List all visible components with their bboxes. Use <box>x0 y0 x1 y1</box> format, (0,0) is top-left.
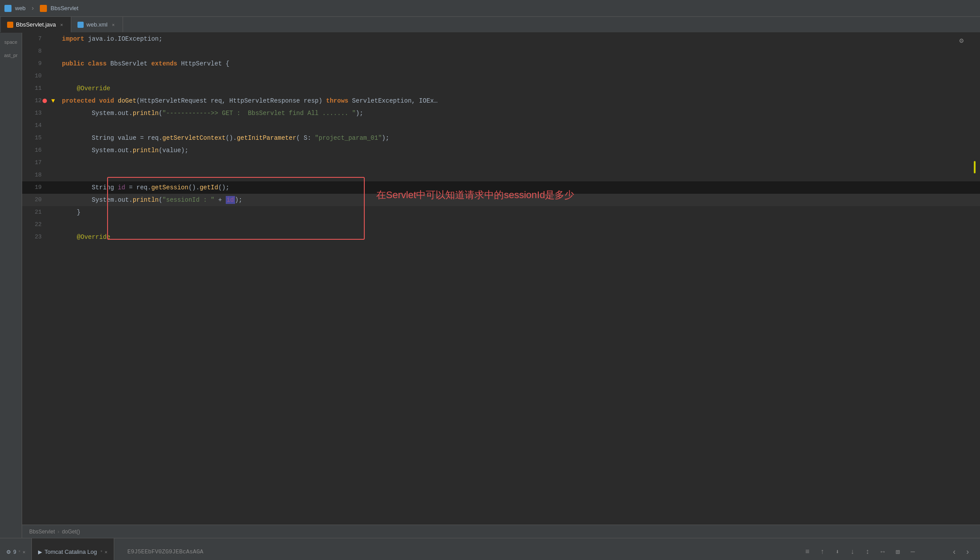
gutter-7 <box>49 33 58 45</box>
breadcrumb: web › BbsServlet <box>4 5 78 12</box>
line-num-8: 8 <box>22 45 49 58</box>
settings-icon[interactable]: ⚙ <box>956 35 967 46</box>
breadcrumb-class: BbsServlet <box>29 529 55 535</box>
code-scroll[interactable]: 7 import java.io.IOException; 8 9 <box>22 33 980 525</box>
line-num-18: 18 <box>22 169 49 181</box>
bottom-tab-9-close[interactable]: × <box>23 549 25 555</box>
table-row: 13 System.out.println("------------>> GE… <box>22 107 980 119</box>
breakpoint-icon <box>42 99 47 103</box>
toolbar-btn-down2[interactable]: ↓ <box>846 546 859 558</box>
gutter-15 <box>49 132 58 144</box>
gutter-12: ▼ <box>49 95 58 107</box>
tab-webxml[interactable]: web.xml × <box>71 17 123 32</box>
bottom-tab-9-icon: ⚙ <box>6 549 11 555</box>
gutter-14 <box>49 119 58 132</box>
bottom-tab-9[interactable]: ⚙ 9 * × <box>0 538 32 560</box>
code-line-15: String value = req.getServletContext().g… <box>58 132 980 144</box>
breadcrumb-servlet: BbsServlet <box>50 5 78 12</box>
table-row: 23 @Override <box>22 231 980 243</box>
scroll-right-btn[interactable]: › <box>961 546 974 558</box>
line-num-13: 13 <box>22 107 49 119</box>
toolbar-btn-grid[interactable]: ⊞ <box>891 546 904 558</box>
sidebar: space ast_pr <box>0 33 22 538</box>
line-num-21: 21 <box>22 206 49 219</box>
gutter-17 <box>49 157 58 169</box>
toolbar-btn-menu[interactable]: ≡ <box>801 546 814 558</box>
tab-bbsservlet-close[interactable]: × <box>58 22 65 28</box>
code-line-7: import java.io.IOException; <box>58 33 980 45</box>
gutter-8 <box>49 45 58 58</box>
table-row: 8 <box>22 45 980 58</box>
tab-webxml-close[interactable]: × <box>110 22 116 28</box>
bottom-log-text: E9J5EEbFV0ZG9JEBcAsAGA <box>123 548 208 555</box>
code-line-16: System.out.println(value); <box>58 144 980 157</box>
bottom-tab-9-pin: * <box>19 549 20 555</box>
code-line-9: public class BbsServlet extends HttpServ… <box>58 58 980 70</box>
table-row: 7 import java.io.IOException; <box>22 33 980 45</box>
tab-webxml-label: web.xml <box>86 21 108 28</box>
gutter-23 <box>49 231 58 243</box>
title-bar: web › BbsServlet <box>0 0 980 17</box>
toolbar-btn-down-dl[interactable]: ⬇ <box>831 546 844 558</box>
table-row: 18 <box>22 169 980 181</box>
toolbar-btn-dash[interactable]: — <box>907 546 919 558</box>
tab-bbsservlet[interactable]: BbsServlet.java × <box>1 17 71 32</box>
line-num-11: 11 <box>22 82 49 95</box>
breadcrumb-sep: › <box>31 5 35 12</box>
bottom-tab-tomcat-label: Tomcat Catalina Log <box>44 548 97 555</box>
gutter-10 <box>49 70 58 82</box>
toolbar-btn-up[interactable]: ↑ <box>816 546 829 558</box>
gutter-9 <box>49 58 58 70</box>
code-area: 7 import java.io.IOException; 8 9 <box>22 33 980 538</box>
line-num-15: 15 <box>22 132 49 144</box>
bc-separator: › <box>58 529 59 535</box>
table-row: 21 } <box>22 206 980 219</box>
line-num-19: 19 <box>22 181 49 194</box>
line-num-9: 9 <box>22 58 49 70</box>
main-layout: space ast_pr 7 import java.io.IOExceptio… <box>0 33 980 538</box>
bottom-toolbar: ≡ ↑ ⬇ ↓ ↕ ↔ ⊞ — ‹ › <box>795 546 980 558</box>
code-line-11: @Override <box>58 82 980 95</box>
gutter-22 <box>49 219 58 231</box>
bottom-tab-tomcat-close[interactable]: × <box>104 549 107 555</box>
code-line-18 <box>58 169 980 181</box>
callout-text: 在Servlet中可以知道请求中的sessionId是多少 <box>376 188 574 202</box>
line-num-22: 22 <box>22 219 49 231</box>
scroll-left-btn[interactable]: ‹ <box>948 546 961 558</box>
table-row: 10 <box>22 70 980 82</box>
code-line-14 <box>58 119 980 132</box>
java-icon <box>40 5 47 12</box>
gutter-18 <box>49 169 58 181</box>
sidebar-item-ast: ast_pr <box>3 50 19 61</box>
tab-bar: BbsServlet.java × web.xml × <box>0 17 980 33</box>
gutter-21 <box>49 206 58 219</box>
gutter-16 <box>49 144 58 157</box>
breadcrumb-footer: BbsServlet › doGet() <box>22 525 980 538</box>
code-line-21: } <box>58 206 980 219</box>
table-row: 16 System.out.println(value); <box>22 144 980 157</box>
code-line-17 <box>58 157 980 169</box>
table-row: 12 ▼ protected void doGet(HttpServletReq… <box>22 95 980 107</box>
code-line-22 <box>58 219 980 231</box>
line-num-23: 23 <box>22 231 49 243</box>
bottom-panel: ⚙ 9 * × ▶ Tomcat Catalina Log * × E9J5EE… <box>0 538 980 560</box>
line-num-7: 7 <box>22 33 49 45</box>
tab-bbsservlet-label: BbsServlet.java <box>16 21 56 28</box>
breadcrumb-web: web <box>15 5 26 12</box>
table-row: 17 <box>22 157 980 169</box>
code-table: 7 import java.io.IOException; 8 9 <box>22 33 980 243</box>
gutter-13 <box>49 107 58 119</box>
code-line-13: System.out.println("------------>> GET :… <box>58 107 980 119</box>
breadcrumb-method: doGet() <box>62 529 80 535</box>
table-row: 15 String value = req.getServletContext(… <box>22 132 980 144</box>
code-line-12: protected void doGet(HttpServletRequest … <box>58 95 980 107</box>
code-line-10 <box>58 70 980 82</box>
toolbar-btn-updown[interactable]: ↕ <box>861 546 874 558</box>
keyword: import <box>62 35 84 42</box>
code-line-8 <box>58 45 980 58</box>
right-marker <box>974 161 976 173</box>
bottom-tab-tomcat[interactable]: ▶ Tomcat Catalina Log * × <box>32 538 114 560</box>
line-num-20: 20 <box>22 194 49 206</box>
toolbar-btn-leftright[interactable]: ↔ <box>876 546 889 558</box>
table-row: 9 public class BbsServlet extends HttpSe… <box>22 58 980 70</box>
